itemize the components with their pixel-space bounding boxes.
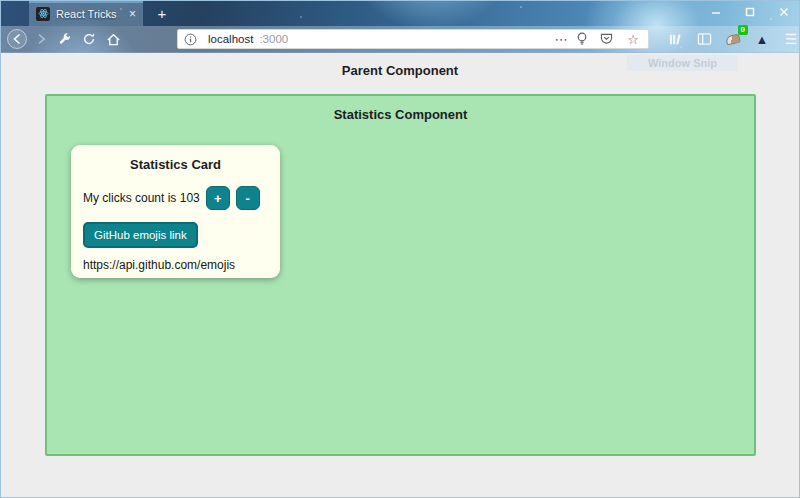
statistics-component: Statistics Component Statistics Card My … xyxy=(45,94,756,456)
statistics-card-title: Statistics Card xyxy=(83,157,268,172)
statistics-card: Statistics Card My clicks count is 103 +… xyxy=(71,145,280,278)
pocket-icon[interactable] xyxy=(600,33,618,45)
toolbar-right-icons: 0 ▲ ☰ xyxy=(665,29,800,49)
github-emojis-link-button[interactable]: GitHub emojis link xyxy=(83,222,198,248)
back-button[interactable] xyxy=(5,27,29,51)
page-actions-button[interactable]: ⋯ xyxy=(552,32,570,47)
sidebar-toggle-icon[interactable] xyxy=(694,29,714,49)
url-port-text: :3000 xyxy=(259,33,288,45)
extension-triangle-icon[interactable]: ▲ xyxy=(752,29,772,49)
decrement-button[interactable]: - xyxy=(236,186,260,210)
url-host-text: localhost xyxy=(208,33,253,45)
maximize-button[interactable] xyxy=(733,1,767,23)
page-content: Window Snip Parent Component Statistics … xyxy=(1,53,799,498)
window-controls xyxy=(699,1,800,23)
url-bar[interactable]: localhost:3000 ⋯ ☆ xyxy=(177,29,649,49)
api-url-text: https://api.github.com/emojis xyxy=(83,258,268,272)
tools-button[interactable] xyxy=(53,27,77,51)
extension-badge: 0 xyxy=(738,25,748,35)
lightbulb-icon[interactable] xyxy=(576,32,594,46)
library-icon[interactable] xyxy=(665,29,685,49)
extension-shoe-icon[interactable]: 0 xyxy=(723,29,743,49)
title-bar: React Tricks × + xyxy=(1,1,800,26)
minimize-button[interactable] xyxy=(699,1,733,23)
browser-chrome: React Tricks × + xyxy=(1,1,800,53)
wrench-icon xyxy=(58,32,72,46)
site-info-icon[interactable] xyxy=(184,33,202,46)
clicks-label: My clicks count is xyxy=(83,191,176,205)
browser-window: React Tricks × + xyxy=(0,0,800,498)
close-button[interactable] xyxy=(767,1,800,23)
increment-button[interactable]: + xyxy=(206,186,230,210)
menu-button[interactable]: ☰ xyxy=(781,29,800,49)
react-logo-icon xyxy=(36,7,50,21)
home-button[interactable] xyxy=(101,27,125,51)
clicks-count-value: 103 xyxy=(180,191,200,205)
statistics-component-heading: Statistics Component xyxy=(47,107,754,122)
clicks-row: My clicks count is 103 + - xyxy=(83,186,268,210)
forward-button[interactable] xyxy=(29,27,53,51)
tab-close-button[interactable]: × xyxy=(129,8,136,20)
navigation-toolbar: localhost:3000 ⋯ ☆ xyxy=(1,26,800,53)
bookmark-star-icon[interactable]: ☆ xyxy=(624,32,642,47)
tab-title: React Tricks xyxy=(56,8,123,20)
clicks-count-text: My clicks count is 103 xyxy=(83,191,200,205)
new-tab-button[interactable]: + xyxy=(151,3,173,24)
tab-react-tricks[interactable]: React Tricks × xyxy=(29,1,143,26)
reload-button[interactable] xyxy=(77,27,101,51)
parent-component-heading: Parent Component xyxy=(1,63,799,78)
